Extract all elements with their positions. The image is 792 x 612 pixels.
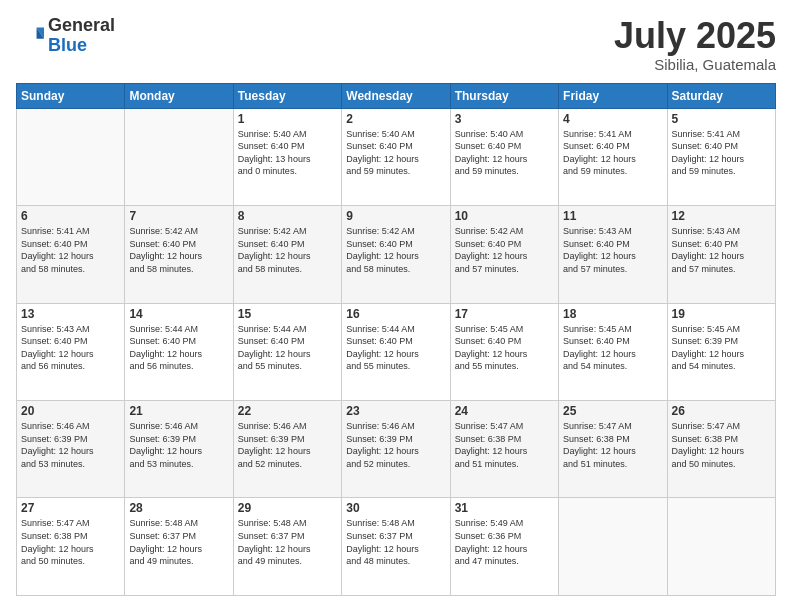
calendar-week-row: 13Sunrise: 5:43 AM Sunset: 6:40 PM Dayli…	[17, 303, 776, 400]
logo-blue-text: Blue	[48, 35, 87, 55]
table-row: 8Sunrise: 5:42 AM Sunset: 6:40 PM Daylig…	[233, 206, 341, 303]
day-info: Sunrise: 5:42 AM Sunset: 6:40 PM Dayligh…	[455, 225, 554, 275]
day-info: Sunrise: 5:42 AM Sunset: 6:40 PM Dayligh…	[129, 225, 228, 275]
day-number: 21	[129, 404, 228, 418]
day-info: Sunrise: 5:49 AM Sunset: 6:36 PM Dayligh…	[455, 517, 554, 567]
day-info: Sunrise: 5:40 AM Sunset: 6:40 PM Dayligh…	[238, 128, 337, 178]
table-row: 27Sunrise: 5:47 AM Sunset: 6:38 PM Dayli…	[17, 498, 125, 596]
day-number: 26	[672, 404, 771, 418]
day-info: Sunrise: 5:42 AM Sunset: 6:40 PM Dayligh…	[238, 225, 337, 275]
day-number: 1	[238, 112, 337, 126]
day-number: 15	[238, 307, 337, 321]
table-row: 24Sunrise: 5:47 AM Sunset: 6:38 PM Dayli…	[450, 401, 558, 498]
table-row: 15Sunrise: 5:44 AM Sunset: 6:40 PM Dayli…	[233, 303, 341, 400]
day-info: Sunrise: 5:43 AM Sunset: 6:40 PM Dayligh…	[672, 225, 771, 275]
day-number: 7	[129, 209, 228, 223]
day-number: 23	[346, 404, 445, 418]
day-info: Sunrise: 5:41 AM Sunset: 6:40 PM Dayligh…	[21, 225, 120, 275]
day-number: 4	[563, 112, 662, 126]
day-info: Sunrise: 5:46 AM Sunset: 6:39 PM Dayligh…	[346, 420, 445, 470]
col-saturday: Saturday	[667, 83, 775, 108]
day-number: 16	[346, 307, 445, 321]
day-number: 19	[672, 307, 771, 321]
table-row	[559, 498, 667, 596]
table-row: 7Sunrise: 5:42 AM Sunset: 6:40 PM Daylig…	[125, 206, 233, 303]
day-info: Sunrise: 5:48 AM Sunset: 6:37 PM Dayligh…	[346, 517, 445, 567]
col-friday: Friday	[559, 83, 667, 108]
day-info: Sunrise: 5:46 AM Sunset: 6:39 PM Dayligh…	[238, 420, 337, 470]
table-row: 1Sunrise: 5:40 AM Sunset: 6:40 PM Daylig…	[233, 108, 341, 205]
table-row: 14Sunrise: 5:44 AM Sunset: 6:40 PM Dayli…	[125, 303, 233, 400]
col-monday: Monday	[125, 83, 233, 108]
table-row: 23Sunrise: 5:46 AM Sunset: 6:39 PM Dayli…	[342, 401, 450, 498]
table-row: 26Sunrise: 5:47 AM Sunset: 6:38 PM Dayli…	[667, 401, 775, 498]
calendar-week-row: 20Sunrise: 5:46 AM Sunset: 6:39 PM Dayli…	[17, 401, 776, 498]
day-number: 9	[346, 209, 445, 223]
table-row: 10Sunrise: 5:42 AM Sunset: 6:40 PM Dayli…	[450, 206, 558, 303]
day-info: Sunrise: 5:47 AM Sunset: 6:38 PM Dayligh…	[563, 420, 662, 470]
day-number: 6	[21, 209, 120, 223]
table-row: 19Sunrise: 5:45 AM Sunset: 6:39 PM Dayli…	[667, 303, 775, 400]
day-info: Sunrise: 5:45 AM Sunset: 6:40 PM Dayligh…	[563, 323, 662, 373]
location-subtitle: Sibilia, Guatemala	[614, 56, 776, 73]
day-info: Sunrise: 5:44 AM Sunset: 6:40 PM Dayligh…	[346, 323, 445, 373]
table-row: 5Sunrise: 5:41 AM Sunset: 6:40 PM Daylig…	[667, 108, 775, 205]
day-info: Sunrise: 5:48 AM Sunset: 6:37 PM Dayligh…	[129, 517, 228, 567]
month-title: July 2025	[614, 16, 776, 56]
day-info: Sunrise: 5:43 AM Sunset: 6:40 PM Dayligh…	[563, 225, 662, 275]
logo: General Blue	[16, 16, 115, 56]
calendar-header-row: Sunday Monday Tuesday Wednesday Thursday…	[17, 83, 776, 108]
day-number: 12	[672, 209, 771, 223]
day-info: Sunrise: 5:48 AM Sunset: 6:37 PM Dayligh…	[238, 517, 337, 567]
calendar-table: Sunday Monday Tuesday Wednesday Thursday…	[16, 83, 776, 596]
table-row	[125, 108, 233, 205]
table-row: 25Sunrise: 5:47 AM Sunset: 6:38 PM Dayli…	[559, 401, 667, 498]
day-info: Sunrise: 5:42 AM Sunset: 6:40 PM Dayligh…	[346, 225, 445, 275]
day-number: 17	[455, 307, 554, 321]
col-thursday: Thursday	[450, 83, 558, 108]
day-number: 8	[238, 209, 337, 223]
day-info: Sunrise: 5:44 AM Sunset: 6:40 PM Dayligh…	[238, 323, 337, 373]
table-row: 13Sunrise: 5:43 AM Sunset: 6:40 PM Dayli…	[17, 303, 125, 400]
day-info: Sunrise: 5:43 AM Sunset: 6:40 PM Dayligh…	[21, 323, 120, 373]
table-row: 21Sunrise: 5:46 AM Sunset: 6:39 PM Dayli…	[125, 401, 233, 498]
header: General Blue July 2025 Sibilia, Guatemal…	[16, 16, 776, 73]
day-number: 18	[563, 307, 662, 321]
day-number: 30	[346, 501, 445, 515]
table-row: 16Sunrise: 5:44 AM Sunset: 6:40 PM Dayli…	[342, 303, 450, 400]
day-info: Sunrise: 5:47 AM Sunset: 6:38 PM Dayligh…	[672, 420, 771, 470]
table-row: 9Sunrise: 5:42 AM Sunset: 6:40 PM Daylig…	[342, 206, 450, 303]
day-info: Sunrise: 5:40 AM Sunset: 6:40 PM Dayligh…	[346, 128, 445, 178]
title-block: July 2025 Sibilia, Guatemala	[614, 16, 776, 73]
day-info: Sunrise: 5:45 AM Sunset: 6:39 PM Dayligh…	[672, 323, 771, 373]
table-row: 17Sunrise: 5:45 AM Sunset: 6:40 PM Dayli…	[450, 303, 558, 400]
day-number: 28	[129, 501, 228, 515]
day-info: Sunrise: 5:44 AM Sunset: 6:40 PM Dayligh…	[129, 323, 228, 373]
col-wednesday: Wednesday	[342, 83, 450, 108]
day-number: 11	[563, 209, 662, 223]
day-number: 22	[238, 404, 337, 418]
table-row	[667, 498, 775, 596]
table-row: 31Sunrise: 5:49 AM Sunset: 6:36 PM Dayli…	[450, 498, 558, 596]
day-number: 20	[21, 404, 120, 418]
day-number: 5	[672, 112, 771, 126]
table-row: 30Sunrise: 5:48 AM Sunset: 6:37 PM Dayli…	[342, 498, 450, 596]
day-info: Sunrise: 5:46 AM Sunset: 6:39 PM Dayligh…	[129, 420, 228, 470]
day-info: Sunrise: 5:40 AM Sunset: 6:40 PM Dayligh…	[455, 128, 554, 178]
table-row: 11Sunrise: 5:43 AM Sunset: 6:40 PM Dayli…	[559, 206, 667, 303]
day-number: 2	[346, 112, 445, 126]
logo-icon	[16, 22, 44, 50]
day-number: 14	[129, 307, 228, 321]
table-row: 2Sunrise: 5:40 AM Sunset: 6:40 PM Daylig…	[342, 108, 450, 205]
day-number: 13	[21, 307, 120, 321]
day-number: 3	[455, 112, 554, 126]
day-number: 24	[455, 404, 554, 418]
table-row	[17, 108, 125, 205]
day-number: 25	[563, 404, 662, 418]
col-sunday: Sunday	[17, 83, 125, 108]
day-info: Sunrise: 5:47 AM Sunset: 6:38 PM Dayligh…	[455, 420, 554, 470]
table-row: 18Sunrise: 5:45 AM Sunset: 6:40 PM Dayli…	[559, 303, 667, 400]
table-row: 28Sunrise: 5:48 AM Sunset: 6:37 PM Dayli…	[125, 498, 233, 596]
calendar-week-row: 1Sunrise: 5:40 AM Sunset: 6:40 PM Daylig…	[17, 108, 776, 205]
day-info: Sunrise: 5:41 AM Sunset: 6:40 PM Dayligh…	[672, 128, 771, 178]
